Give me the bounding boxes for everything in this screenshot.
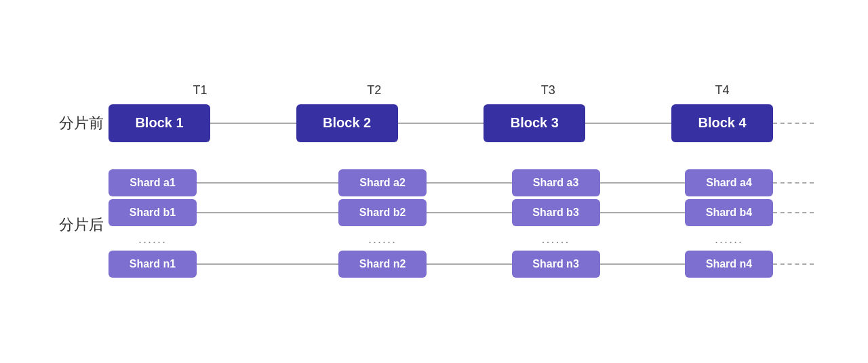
shard-n1: Shard n1: [108, 251, 197, 278]
shard-a1: Shard a1: [108, 169, 197, 196]
dashed-end-b: [773, 212, 814, 213]
dashed-end-n: [773, 263, 814, 265]
shard-b4: Shard b4: [685, 199, 773, 226]
dots-4: ......: [685, 232, 773, 247]
block-3: Block 3: [484, 104, 585, 142]
shard-row-a: Shard a1 Shard a2 Shard a3 Shard a4: [108, 169, 814, 196]
connector-1-2: [210, 123, 296, 124]
shard-n4: Shard n4: [685, 251, 773, 278]
before-timeline: Block 1 Block 2 Block 3 Block 4: [108, 104, 814, 142]
shard-n3: Shard n3: [512, 251, 600, 278]
dots-2: ......: [338, 232, 427, 247]
diagram: T1 T2 T3 T4 分片前 Block 1 Block 2 Block 3 …: [27, 70, 841, 294]
dots-1: ......: [108, 232, 197, 247]
time-label-t1: T1: [149, 83, 251, 98]
time-label-t4: T4: [671, 83, 773, 98]
time-label-t2: T2: [323, 83, 425, 98]
time-label-t3: T3: [497, 83, 599, 98]
after-section: 分片后 Shard a1 Shard a2 Shard a3 Shard a4 …: [54, 169, 814, 280]
conn-a1-a2: [197, 182, 338, 184]
time-labels-row: T1 T2 T3 T4: [54, 83, 814, 98]
shard-b2: Shard b2: [338, 199, 427, 226]
conn-n2-n3: [427, 263, 511, 265]
shards-column: Shard a1 Shard a2 Shard a3 Shard a4 Shar…: [108, 169, 814, 280]
dashed-end-before: [773, 123, 814, 124]
conn-a3-a4: [600, 182, 685, 184]
block-2: Block 2: [296, 104, 398, 142]
shard-n2: Shard n2: [338, 251, 427, 278]
shard-row-b: Shard b1 Shard b2 Shard b3 Shard b4: [108, 199, 814, 226]
block-1: Block 1: [108, 104, 210, 142]
conn-b2-b3: [427, 212, 511, 213]
conn-n3-n4: [600, 263, 685, 265]
shard-a4: Shard a4: [685, 169, 773, 196]
dashed-end-a: [773, 182, 814, 184]
shard-row-n: Shard n1 Shard n2 Shard n3 Shard n4: [108, 251, 814, 278]
before-label: 分片前: [54, 113, 108, 133]
conn-n1-n2: [197, 263, 338, 265]
shard-a3: Shard a3: [512, 169, 600, 196]
after-label: 分片后: [54, 215, 108, 235]
shard-b1: Shard b1: [108, 199, 197, 226]
connector-3-4: [585, 123, 671, 124]
connector-2-3: [398, 123, 484, 124]
conn-a2-a3: [427, 182, 511, 184]
block-4: Block 4: [671, 104, 773, 142]
conn-b1-b2: [197, 212, 338, 213]
dots-3: ......: [512, 232, 600, 247]
dots-row: ...... ...... ...... ......: [108, 229, 814, 251]
before-section: 分片前 Block 1 Block 2 Block 3 Block 4: [54, 104, 814, 142]
shard-b3: Shard b3: [512, 199, 600, 226]
conn-b3-b4: [600, 212, 685, 213]
before-blocks-row: Block 1 Block 2 Block 3 Block 4: [108, 104, 814, 142]
shard-a2: Shard a2: [338, 169, 427, 196]
